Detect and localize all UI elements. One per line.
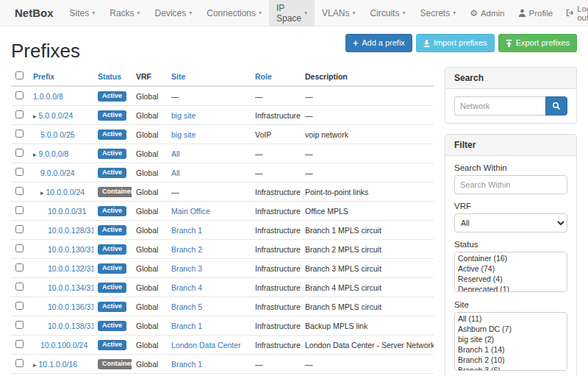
column-header-prefix[interactable]: Prefix: [29, 67, 93, 86]
prefix-link[interactable]: 10.1.0.0/16: [39, 360, 78, 369]
import-prefixes-button[interactable]: Import prefixes: [416, 34, 495, 52]
chevron-down-icon: ▾: [92, 10, 95, 16]
row-checkbox[interactable]: [15, 302, 24, 310]
prefix-link[interactable]: 9.0.0.0/24: [40, 169, 75, 177]
row-checkbox[interactable]: [15, 91, 24, 99]
site-select[interactable]: All (11)Ashburn DC (7)big site (2)Branch…: [454, 312, 567, 371]
vrf-cell: Global: [132, 86, 167, 106]
row-checkbox[interactable]: [15, 263, 24, 272]
row-checkbox[interactable]: [15, 359, 24, 367]
description-cell: Branch 3 MPLS circuit: [301, 259, 434, 278]
select-option[interactable]: All (11): [456, 313, 566, 324]
nav-item-sites[interactable]: Sites▾: [62, 0, 103, 26]
search-button[interactable]: [545, 96, 567, 116]
vrf-cell: Global: [132, 182, 167, 202]
prefix-table: Prefix Status VRF Site Role Description …: [11, 67, 434, 376]
status-badge: Active: [98, 206, 126, 216]
prefix-link[interactable]: 10.0.0.130/31: [48, 245, 93, 254]
nav-item-ip-space[interactable]: IP Space▾: [269, 0, 315, 26]
prefix-link[interactable]: 5.0.0.0/25: [40, 130, 75, 139]
row-checkbox[interactable]: [15, 244, 24, 252]
select-option[interactable]: Reserved (4): [456, 274, 566, 284]
row-checkbox[interactable]: [15, 206, 24, 214]
chevron-down-icon: ▾: [402, 10, 405, 16]
add-a-prefix-button[interactable]: +Add a prefix: [345, 34, 412, 52]
row-checkbox[interactable]: [15, 340, 24, 348]
vrf-cell: Global: [132, 259, 167, 278]
nav-item-vlans[interactable]: VLANs▾: [315, 0, 362, 26]
row-checkbox[interactable]: [15, 321, 24, 329]
nav-item-profile[interactable]: Profile: [512, 0, 560, 26]
site-link[interactable]: Branch 4: [171, 283, 202, 292]
site-link[interactable]: Branch 2: [171, 245, 202, 254]
prefix-link[interactable]: 10.0.0.0/24: [46, 188, 85, 196]
row-checkbox[interactable]: [15, 283, 24, 291]
nav-item-secrets[interactable]: Secrets▾: [412, 0, 463, 26]
site-link[interactable]: Branch 1: [171, 322, 202, 330]
prefix-link[interactable]: 10.0.0.128/31: [48, 226, 93, 235]
expand-caret-icon[interactable]: ▸: [33, 361, 37, 369]
select-option[interactable]: Active (74): [456, 263, 566, 274]
table-row: 10.0.0.130/31ActiveGlobalBranch 2Infrast…: [11, 240, 434, 259]
row-checkbox[interactable]: [15, 168, 24, 176]
user-icon: [518, 9, 526, 17]
status-select[interactable]: Container (16)Active (74)Reserved (4)Dep…: [454, 252, 567, 292]
prefix-link[interactable]: 10.0.100.0/24: [40, 341, 87, 350]
column-header-description: Description: [301, 67, 434, 86]
row-checkbox[interactable]: [15, 130, 24, 138]
site-link[interactable]: Branch 5: [171, 302, 202, 311]
column-header-status[interactable]: Status: [93, 67, 132, 86]
prefix-link[interactable]: 5.0.0.0/24: [39, 111, 74, 120]
export-prefixes-button[interactable]: Export prefixes: [498, 34, 577, 52]
row-checkbox[interactable]: [15, 187, 24, 195]
expand-caret-icon[interactable]: ▸: [33, 113, 37, 120]
search-panel-heading: Search: [445, 68, 576, 89]
site-link[interactable]: big site: [171, 111, 196, 120]
site-link[interactable]: Main Office: [171, 207, 210, 216]
row-checkbox[interactable]: [15, 110, 24, 118]
select-option[interactable]: Deprecated (1): [456, 284, 566, 292]
row-checkbox[interactable]: [15, 149, 24, 157]
prefix-link[interactable]: 10.0.0.0/31: [48, 207, 87, 216]
nav-item-connections[interactable]: Connections▾: [199, 0, 269, 26]
vrf-select[interactable]: All: [454, 213, 567, 233]
nav-item-devices[interactable]: Devices▾: [148, 0, 200, 26]
vrf-cell: Global: [132, 278, 167, 297]
prefix-link[interactable]: 10.0.0.136/31: [48, 302, 93, 311]
chevron-down-icon: ▾: [304, 10, 307, 16]
site-link[interactable]: Branch 1: [171, 226, 202, 235]
site-link[interactable]: All: [171, 149, 180, 158]
column-header-role[interactable]: Role: [251, 67, 301, 86]
select-all-checkbox[interactable]: [15, 71, 24, 79]
app-brand[interactable]: NetBox: [6, 0, 62, 26]
site-link[interactable]: Branch 1: [171, 360, 202, 369]
site-link[interactable]: London Data Center: [171, 341, 241, 350]
nav-item-admin[interactable]: ⚙Admin: [463, 0, 511, 26]
select-option[interactable]: Branch 1 (14): [456, 344, 566, 355]
site-link[interactable]: big site: [171, 130, 196, 139]
gear-icon: ⚙: [470, 9, 478, 18]
row-checkbox[interactable]: [15, 225, 24, 233]
nav-item-racks[interactable]: Racks▾: [102, 0, 147, 26]
prefix-link[interactable]: 9.0.0.0/8: [39, 149, 69, 158]
search-input[interactable]: [454, 96, 545, 116]
prefix-link[interactable]: 10.0.0.138/31: [48, 322, 93, 330]
nav-item-circuits[interactable]: Circuits▾: [362, 0, 412, 26]
status-badge: Active: [98, 302, 126, 312]
expand-caret-icon[interactable]: ▸: [40, 189, 44, 196]
nav-item-log-out[interactable]: Log out: [559, 0, 588, 26]
select-option[interactable]: big site (2): [456, 334, 566, 344]
column-header-site[interactable]: Site: [167, 67, 251, 86]
select-option[interactable]: Branch 3 (6): [456, 365, 566, 371]
filter-panel: Filter Search Within VRF All Status Cont…: [445, 134, 577, 376]
site-link[interactable]: All: [171, 169, 180, 177]
prefix-link[interactable]: 1.0.0.0/8: [33, 92, 63, 101]
select-option[interactable]: Ashburn DC (7): [456, 324, 566, 334]
site-link[interactable]: Branch 3: [171, 264, 202, 273]
expand-caret-icon[interactable]: ▸: [33, 151, 37, 158]
search-within-input[interactable]: [454, 175, 567, 194]
prefix-link[interactable]: 10.0.0.132/31: [48, 264, 93, 273]
select-option[interactable]: Branch 2 (10): [456, 355, 566, 365]
select-option[interactable]: Container (16): [456, 253, 566, 263]
prefix-link[interactable]: 10.0.0.134/31: [48, 283, 93, 292]
